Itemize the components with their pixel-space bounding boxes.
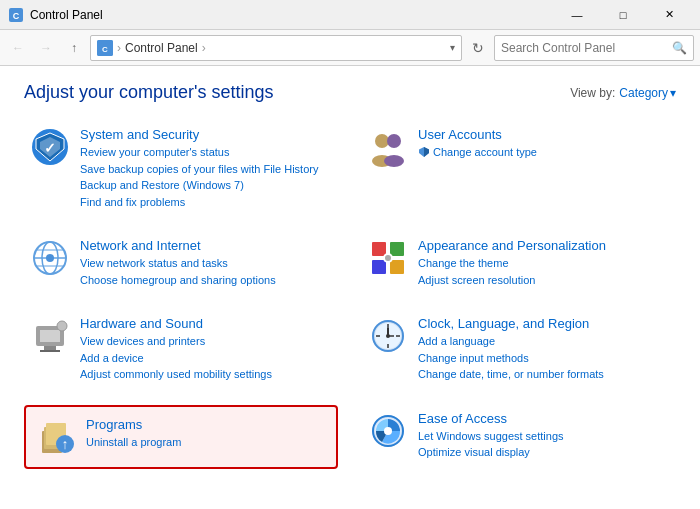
programs-text: Programs Uninstall a program [86,417,326,451]
user-accounts-link-1[interactable]: Change account type [418,144,670,161]
system-security-icon: ✓ [30,127,70,167]
appearance-icon [368,238,408,278]
system-security-title[interactable]: System and Security [80,127,332,142]
programs-icon: ↑ [36,417,76,457]
programs-title[interactable]: Programs [86,417,326,432]
clock-link-2[interactable]: Change input methods [418,350,670,367]
path-icon: C [97,40,113,56]
search-input[interactable] [501,41,668,55]
main-content: Adjust your computer's settings View by:… [0,66,700,509]
network-internet-text: Network and Internet View network status… [80,238,332,288]
category-clock[interactable]: Clock, Language, and Region Add a langua… [362,310,676,389]
svg-point-9 [387,134,401,148]
refresh-button[interactable]: ↻ [466,36,490,60]
svg-point-49 [384,427,392,435]
appearance-link-2[interactable]: Adjust screen resolution [418,272,670,289]
path-separator-2: › [202,41,206,55]
system-security-link-3[interactable]: Backup and Restore (Windows 7) [80,177,332,194]
network-internet-icon [30,238,70,278]
ease-link-1[interactable]: Let Windows suggest settings [418,428,670,445]
category-hardware-sound[interactable]: Hardware and Sound View devices and prin… [24,310,338,389]
ease-link-2[interactable]: Optimize visual display [418,444,670,461]
category-system-security[interactable]: ✓ System and Security Review your comput… [24,121,338,216]
svg-point-25 [385,255,391,261]
category-programs[interactable]: ↑ Programs Uninstall a program [24,405,338,469]
appearance-link-1[interactable]: Change the theme [418,255,670,272]
search-box[interactable]: 🔍 [494,35,694,61]
view-by-label: View by: [570,86,615,100]
hardware-sound-text: Hardware and Sound View devices and prin… [80,316,332,383]
svg-point-40 [386,334,390,338]
category-network-internet[interactable]: Network and Internet View network status… [24,232,338,294]
hardware-sound-link-3[interactable]: Adjust commonly used mobility settings [80,366,332,383]
system-security-link-2[interactable]: Save backup copies of your files with Fi… [80,161,332,178]
search-icon: 🔍 [672,41,687,55]
view-by-dropdown[interactable]: Category ▾ [619,86,676,100]
ease-text: Ease of Access Let Windows suggest setti… [418,411,670,461]
path-label: Control Panel [125,41,198,55]
clock-link-1[interactable]: Add a language [418,333,670,350]
back-button[interactable]: ← [6,36,30,60]
path-dropdown[interactable]: ▾ [450,42,455,53]
clock-title[interactable]: Clock, Language, and Region [418,316,670,331]
appearance-title[interactable]: Appearance and Personalization [418,238,670,253]
maximize-button[interactable]: □ [600,0,646,30]
hardware-sound-title[interactable]: Hardware and Sound [80,316,332,331]
category-appearance[interactable]: Appearance and Personalization Change th… [362,232,676,294]
svg-text:C: C [13,11,20,21]
user-accounts-icon [368,127,408,167]
forward-button[interactable]: → [34,36,58,60]
svg-text:↑: ↑ [62,436,69,452]
svg-point-19 [46,254,54,262]
category-user-accounts[interactable]: User Accounts Change account type [362,121,676,216]
title-bar: C Control Panel — □ ✕ [0,0,700,30]
network-internet-title[interactable]: Network and Internet [80,238,332,253]
page-title: Adjust your computer's settings [24,82,274,103]
hardware-sound-icon [30,316,70,356]
svg-rect-22 [372,260,386,274]
path-separator: › [117,41,121,55]
svg-point-8 [375,134,389,148]
svg-point-28 [57,321,67,331]
hardware-sound-link-2[interactable]: Add a device [80,350,332,367]
system-security-link-1[interactable]: Review your computer's status [80,144,332,161]
address-path[interactable]: C › Control Panel › ▾ [90,35,462,61]
up-button[interactable]: ↑ [62,36,86,60]
svg-rect-29 [44,346,56,350]
appearance-text: Appearance and Personalization Change th… [418,238,670,288]
svg-text:✓: ✓ [44,140,56,156]
svg-rect-23 [390,260,404,274]
title-bar-icon: C [8,7,24,23]
svg-rect-21 [390,242,404,256]
address-bar: ← → ↑ C › Control Panel › ▾ ↻ 🔍 [0,30,700,66]
svg-rect-30 [40,350,60,352]
clock-link-3[interactable]: Change date, time, or number formats [418,366,670,383]
svg-marker-13 [424,147,429,157]
shield-icon [418,146,430,158]
svg-rect-27 [40,330,60,342]
ease-title[interactable]: Ease of Access [418,411,670,426]
clock-text: Clock, Language, and Region Add a langua… [418,316,670,383]
svg-text:C: C [102,45,108,54]
title-bar-title: Control Panel [30,8,554,22]
user-accounts-text: User Accounts Change account type [418,127,670,161]
categories-grid: ✓ System and Security Review your comput… [24,121,676,469]
svg-point-11 [384,155,404,167]
category-ease[interactable]: Ease of Access Let Windows suggest setti… [362,405,676,469]
network-internet-link-1[interactable]: View network status and tasks [80,255,332,272]
network-internet-link-2[interactable]: Choose homegroup and sharing options [80,272,332,289]
view-by: View by: Category ▾ [570,86,676,100]
programs-link-1[interactable]: Uninstall a program [86,434,326,451]
minimize-button[interactable]: — [554,0,600,30]
system-security-text: System and Security Review your computer… [80,127,332,210]
title-bar-controls: — □ ✕ [554,0,692,30]
hardware-sound-link-1[interactable]: View devices and printers [80,333,332,350]
user-accounts-title[interactable]: User Accounts [418,127,670,142]
ease-of-access-icon [368,411,408,451]
system-security-link-4[interactable]: Find and fix problems [80,194,332,211]
page-header: Adjust your computer's settings View by:… [24,82,676,103]
clock-icon [368,316,408,356]
close-button[interactable]: ✕ [646,0,692,30]
svg-rect-20 [372,242,386,256]
